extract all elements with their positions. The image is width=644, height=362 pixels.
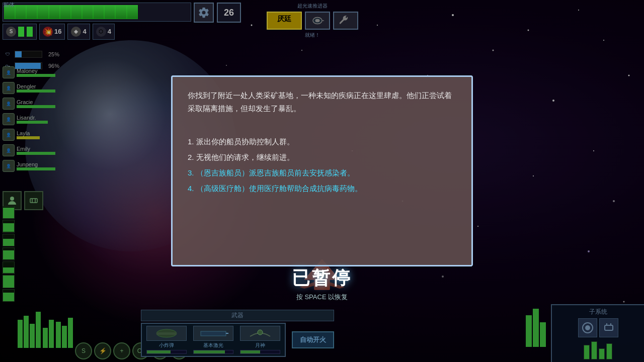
dialog-option-3[interactable]: 3. （恩吉族船员）派恩吉族船员前去安抚感染者。 xyxy=(188,165,456,180)
pause-subtext: 按 SPACE 以恢复 xyxy=(292,293,352,302)
pause-overlay: 已暂停 按 SPACE 以恢复 xyxy=(292,266,352,302)
modal-overlay: 你找到了附近一处人类采矿基地，一种未知的疾病正在这里肆虐。他们正尝试着采取隔离措… xyxy=(0,0,644,362)
dialog-body: 你找到了附近一处人类采矿基地，一种未知的疾病正在这里肆虐。他们正尝试着采取隔离措… xyxy=(188,89,456,115)
dialog-option-1[interactable]: 1. 派出你的船员协助控制人群。 xyxy=(188,134,456,149)
dialog-option-2[interactable]: 2. 无视他们的请求，继续前进。 xyxy=(188,149,456,165)
modal-dialog: 你找到了附近一处人类采矿基地，一种未知的疾病正在这里肆虐。他们正尝试着采取隔离措… xyxy=(171,75,473,266)
pause-text: 已暂停 xyxy=(292,266,352,291)
dialog-option-4[interactable]: 4. （高级医疗舱）使用医疗舱帮助合成抗病毒药物。 xyxy=(188,180,456,196)
